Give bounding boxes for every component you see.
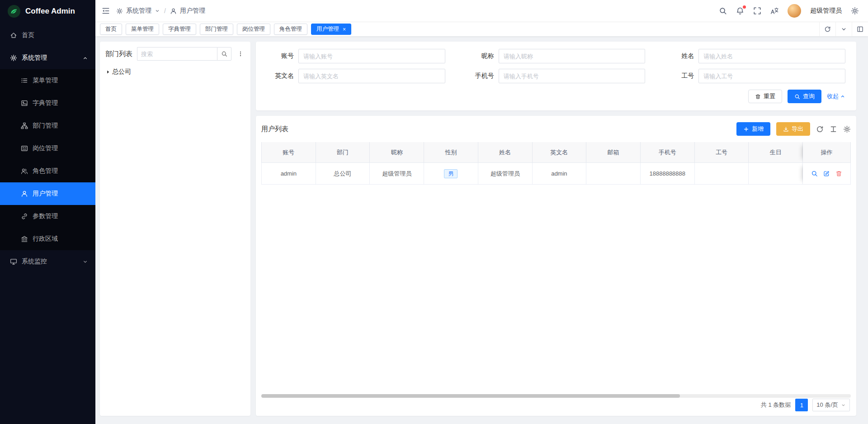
fullscreen-icon[interactable] <box>753 7 761 15</box>
job-number-input[interactable] <box>698 69 845 83</box>
table-body: admin 总公司 超级管理员 男 超级管理员 admin 1888888888… <box>261 163 851 185</box>
filter-field-english-name: 英文名 <box>263 69 445 83</box>
cell-phone: 18888888888 <box>641 163 695 184</box>
filter-field-account: 账号 <box>263 49 445 63</box>
sidebar-item-label: 系统管理 <box>22 54 47 62</box>
sidebar-item-home[interactable]: 首页 <box>0 24 95 47</box>
col-phone: 手机号 <box>641 142 695 162</box>
export-button[interactable]: 导出 <box>776 122 810 136</box>
sidebar-item-dict-mgmt[interactable]: 字典管理 <box>0 92 95 114</box>
filter-label: 工号 <box>663 72 698 80</box>
name-input[interactable] <box>698 49 845 63</box>
tab-label: 字典管理 <box>168 25 191 33</box>
tab-menu-mgmt[interactable]: 菜单管理 <box>126 24 159 35</box>
tab-role-mgmt[interactable]: 角色管理 <box>274 24 307 35</box>
col-job-number: 工号 <box>695 142 749 162</box>
cell-actions <box>803 163 851 184</box>
logo[interactable]: Coffee Admin <box>0 0 95 22</box>
user-list-title: 用户列表 <box>261 125 288 133</box>
tab-user-mgmt[interactable]: 用户管理 × <box>311 24 351 35</box>
dept-search-input[interactable] <box>137 47 217 61</box>
tab-dict-mgmt[interactable]: 字典管理 <box>163 24 196 35</box>
page-button-1[interactable]: 1 <box>795 399 808 411</box>
add-label: 新增 <box>752 125 764 133</box>
topbar-tools: 超级管理员 <box>719 4 859 18</box>
sidebar-item-dept-mgmt[interactable]: 部门管理 <box>0 114 95 137</box>
reset-button[interactable]: 重置 <box>748 90 782 103</box>
filter-label: 账号 <box>263 52 298 60</box>
filter-label: 手机号 <box>463 72 499 80</box>
translate-icon[interactable] <box>770 7 778 15</box>
caret-right-icon[interactable] <box>105 69 111 75</box>
refresh-tab-button[interactable] <box>819 22 835 36</box>
settings-gear-icon[interactable] <box>851 7 859 15</box>
row-actions <box>811 170 842 177</box>
add-button[interactable]: 新增 <box>736 122 770 136</box>
search-label: 查询 <box>803 92 815 100</box>
account-input[interactable] <box>298 49 445 63</box>
dept-more-button[interactable] <box>236 51 245 57</box>
username[interactable]: 超级管理员 <box>810 7 842 15</box>
chevron-up-icon <box>840 94 845 99</box>
delete-icon[interactable] <box>835 170 842 177</box>
logo-title: Coffee Admin <box>25 7 75 16</box>
nickname-input[interactable] <box>499 49 646 63</box>
reset-label: 重置 <box>764 92 775 100</box>
home-icon <box>10 32 17 39</box>
collapse-filter-link[interactable]: 收起 <box>827 92 845 100</box>
user-list-panel: 用户列表 新增 导出 <box>256 116 856 416</box>
gear-icon <box>116 8 123 14</box>
submenu-system-mgmt: 菜单管理 字典管理 部门管理 岗位管理 角色管理 <box>0 69 95 250</box>
person-icon <box>170 8 177 14</box>
dept-search-button[interactable] <box>217 47 231 61</box>
tab-dept-mgmt[interactable]: 部门管理 <box>200 24 233 35</box>
bank-icon <box>21 235 28 243</box>
col-account: 账号 <box>261 142 316 162</box>
sidebar-item-user-mgmt[interactable]: 用户管理 <box>0 182 95 205</box>
table-row[interactable]: admin 总公司 超级管理员 男 超级管理员 admin 1888888888… <box>261 163 851 185</box>
sidebar-item-system-mgmt[interactable]: 系统管理 <box>0 47 95 69</box>
refresh-table-icon[interactable] <box>816 125 824 133</box>
right-column: 账号 昵称 姓名 英文名 <box>256 42 856 416</box>
sidebar-item-menu-mgmt[interactable]: 菜单管理 <box>0 69 95 92</box>
sidebar-item-role-mgmt[interactable]: 角色管理 <box>0 160 95 182</box>
cell-dept: 总公司 <box>316 163 370 184</box>
cell-job-number <box>695 163 749 184</box>
column-settings-gear-icon[interactable] <box>843 125 851 133</box>
cell-english-name: admin <box>533 163 587 184</box>
filter-label: 姓名 <box>663 52 698 60</box>
col-name: 姓名 <box>478 142 533 162</box>
view-icon[interactable] <box>811 170 818 177</box>
link-icon <box>21 213 28 220</box>
layout-toggle-button[interactable] <box>852 22 868 36</box>
filter-panel: 账号 昵称 姓名 英文名 <box>256 42 856 110</box>
org-tree-icon <box>21 122 28 129</box>
table-toolbar: 新增 导出 <box>736 122 851 136</box>
sidebar-item-region-mgmt[interactable]: 行政区域 <box>0 228 95 250</box>
tab-close-icon[interactable]: × <box>343 27 346 32</box>
tree-node-root[interactable]: 总公司 <box>105 67 245 77</box>
tab-post-mgmt[interactable]: 岗位管理 <box>237 24 270 35</box>
sidebar-item-system-monitor[interactable]: 系统监控 <box>0 250 95 273</box>
search-icon <box>794 94 800 100</box>
collapse-sidebar-icon[interactable] <box>102 7 110 15</box>
notification-bell-icon[interactable] <box>736 7 744 15</box>
page-size-select[interactable]: 10 条/页 <box>812 399 850 411</box>
sidebar-item-post-mgmt[interactable]: 岗位管理 <box>0 137 95 160</box>
tree-node-label: 总公司 <box>112 68 131 76</box>
search-icon[interactable] <box>719 7 727 15</box>
english-name-input[interactable] <box>298 69 445 83</box>
horizontal-scrollbar-thumb[interactable] <box>261 394 680 398</box>
breadcrumb-page[interactable]: 用户管理 <box>180 7 205 15</box>
breadcrumb-section[interactable]: 系统管理 <box>126 7 151 15</box>
picture-icon <box>21 100 28 107</box>
search-button[interactable]: 查询 <box>788 90 821 103</box>
tab-home[interactable]: 首页 <box>100 24 122 35</box>
edit-icon[interactable] <box>823 170 830 177</box>
tab-options-button[interactable] <box>835 22 852 36</box>
row-density-icon[interactable] <box>830 125 837 133</box>
avatar[interactable] <box>788 4 801 18</box>
phone-input[interactable] <box>499 69 646 83</box>
cell-name: 超级管理员 <box>478 163 533 184</box>
sidebar-item-param-mgmt[interactable]: 参数管理 <box>0 205 95 228</box>
